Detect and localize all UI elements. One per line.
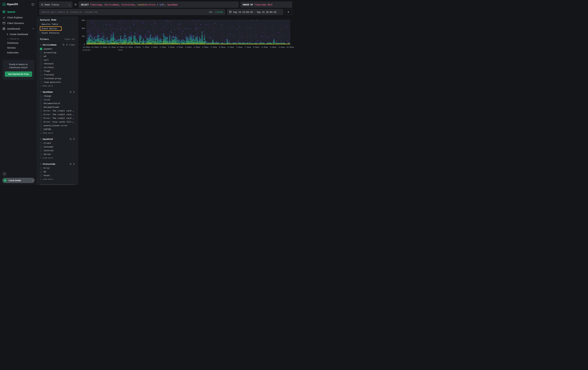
order-by-input[interactable]: ORDER BY Timestamp DESC bbox=[241, 2, 292, 8]
checkbox[interactable] bbox=[40, 171, 42, 173]
checkbox[interactable] bbox=[40, 55, 42, 57]
filter-option-currency[interactable]: currency bbox=[39, 65, 76, 69]
collapse-sidebar-icon[interactable] bbox=[32, 3, 34, 6]
filter-option-accounting[interactable]: accounting bbox=[39, 51, 76, 54]
filter-option-cart[interactable]: cart bbox=[39, 58, 76, 62]
show-more-link[interactable]: Show more bbox=[39, 131, 76, 135]
filter-option-payment[interactable]: payment bbox=[39, 47, 76, 51]
filter-option-consumer[interactable]: Consumer bbox=[39, 145, 76, 149]
checkbox[interactable] bbox=[40, 63, 42, 65]
filter-option-flagd[interactable]: flagd bbox=[39, 69, 76, 73]
select-clause-input[interactable]: SELECT Timestamp, ServiceName, StatusCod… bbox=[79, 2, 239, 8]
checkbox[interactable] bbox=[40, 106, 42, 108]
filter-option-error-the-credit-card[interactable]: Error: The credit card (… bbox=[39, 113, 76, 116]
checkbox[interactable] bbox=[40, 51, 42, 54]
local-mode-label: Local mode bbox=[9, 179, 30, 182]
checkbox[interactable] bbox=[40, 74, 42, 76]
chevron-down-icon[interactable] bbox=[40, 44, 42, 46]
run-query-button[interactable] bbox=[285, 9, 292, 15]
filter-option-load-generator[interactable]: load-generator bbox=[39, 80, 76, 84]
search-icon[interactable] bbox=[70, 163, 72, 165]
checkbox[interactable] bbox=[40, 117, 42, 119]
filter-option-error-visa-cache-full[interactable]: Error: Visa cache full: … bbox=[39, 120, 76, 124]
filter-option-frontend-proxy[interactable]: frontend-proxy bbox=[39, 77, 76, 80]
get-started-button[interactable]: Get Started for Free bbox=[5, 71, 32, 77]
checkbox[interactable] bbox=[40, 102, 42, 105]
filter-option-error-the-credit-card[interactable]: Error: The credit card (… bbox=[39, 109, 76, 113]
filter-option-change[interactable]: change bbox=[39, 94, 76, 98]
pin-icon[interactable] bbox=[73, 138, 75, 140]
source-select[interactable]: Demo Traces bbox=[39, 2, 72, 8]
checkbox[interactable] bbox=[40, 110, 42, 112]
pin-icon[interactable] bbox=[73, 163, 75, 165]
load-more-link[interactable]: Load more bbox=[39, 156, 76, 160]
checkbox[interactable] bbox=[40, 113, 42, 116]
filter-option-internal[interactable]: Internal bbox=[39, 149, 76, 152]
pin-icon[interactable] bbox=[73, 91, 75, 93]
checkbox[interactable] bbox=[40, 142, 42, 144]
checkbox[interactable] bbox=[40, 174, 42, 177]
filter-option-eventlistener-error[interactable]: eventListener.error bbox=[39, 124, 76, 127]
analysis-mode-option-results-table[interactable]: Results Table bbox=[40, 22, 60, 26]
checkbox[interactable] bbox=[40, 150, 42, 152]
checkbox[interactable] bbox=[40, 146, 42, 148]
filter-option-server[interactable]: Server bbox=[39, 152, 76, 156]
filter-option-ad[interactable]: ad bbox=[39, 54, 76, 58]
checkbox[interactable] bbox=[40, 59, 42, 61]
chevron-down-icon[interactable] bbox=[40, 163, 42, 165]
checkbox[interactable] bbox=[40, 66, 42, 69]
show-more-link[interactable]: Show more bbox=[39, 84, 76, 88]
more-filters-button[interactable]: More filters bbox=[40, 184, 75, 185]
sidebar-item-kubernetes[interactable]: Kubernetes bbox=[0, 50, 37, 55]
date-range-picker[interactable]: Sep 14 22:04:35 - Sep 15 10:04:35 bbox=[227, 9, 283, 15]
analysis-mode-option-event-patterns[interactable]: Event Patterns bbox=[40, 31, 61, 35]
filter-option-error[interactable]: Error bbox=[39, 166, 76, 170]
sidebar-item-services[interactable]: Services bbox=[0, 45, 37, 50]
sidebar-item-client-sessions[interactable]: Client Sessions bbox=[0, 20, 37, 26]
create-dashboard-button[interactable]: Create Dashboard bbox=[0, 32, 37, 37]
search-input[interactable] bbox=[41, 11, 208, 13]
filter-option-client[interactable]: Client bbox=[39, 141, 76, 145]
clear-all-button[interactable]: Clear all bbox=[64, 38, 75, 40]
clear-filter-button[interactable]: Clear bbox=[69, 44, 75, 46]
filter-option-documentfetch[interactable]: documentFetch bbox=[39, 101, 76, 105]
lucene-mode-toggle[interactable]: Lucene bbox=[215, 11, 223, 13]
filter-option-documentload[interactable]: documentLoad bbox=[39, 105, 76, 109]
help-button[interactable]: ? bbox=[2, 172, 7, 176]
pin-icon[interactable] bbox=[66, 44, 68, 46]
checkbox[interactable] bbox=[40, 121, 42, 123]
sidebar-item-chart-explorer[interactable]: Chart Explorer bbox=[0, 15, 37, 20]
checkbox[interactable] bbox=[40, 125, 42, 127]
checkbox[interactable] bbox=[40, 48, 42, 50]
filter-option-unset[interactable]: Unset bbox=[39, 174, 76, 177]
search-icon[interactable] bbox=[63, 44, 64, 46]
search-icon[interactable] bbox=[70, 91, 72, 93]
checkbox[interactable] bbox=[40, 95, 42, 97]
filter-option-expire[interactable]: EXPIRE bbox=[39, 127, 76, 131]
load-more-link[interactable]: Load more bbox=[39, 177, 76, 181]
filter-option-frontend[interactable]: frontend bbox=[39, 73, 76, 77]
checkbox[interactable] bbox=[40, 77, 42, 80]
checkbox[interactable] bbox=[40, 99, 42, 101]
filter-option-click[interactable]: click bbox=[39, 98, 76, 101]
gear-icon[interactable]: ⚙ bbox=[74, 2, 77, 8]
checkbox[interactable] bbox=[40, 128, 42, 130]
search-icon[interactable] bbox=[70, 138, 72, 140]
heatmap-canvas[interactable] bbox=[86, 20, 290, 44]
filter-option-checkout[interactable]: checkout bbox=[39, 62, 76, 65]
sidebar-item-search[interactable]: Search bbox=[0, 9, 37, 15]
checkbox[interactable] bbox=[40, 167, 42, 169]
filter-option-ok[interactable]: Ok bbox=[39, 170, 76, 174]
sql-mode-toggle[interactable]: SQL bbox=[209, 11, 212, 13]
user-menu[interactable]: U Local mode › bbox=[2, 178, 35, 183]
chevron-down-icon[interactable] bbox=[40, 138, 42, 140]
analysis-mode-option-event-deltas[interactable]: Event Deltas bbox=[40, 26, 62, 31]
sidebar-item-dashboards[interactable]: Dashboards bbox=[0, 26, 37, 31]
checkbox[interactable] bbox=[40, 153, 42, 155]
checkbox[interactable] bbox=[40, 81, 42, 83]
sidebar-item-clickhouse[interactable]: ClickHouse bbox=[0, 40, 37, 45]
filter-option-error-the-credit-card[interactable]: Error: The credit card (… bbox=[39, 116, 76, 120]
checkbox[interactable] bbox=[40, 70, 42, 72]
presets-toggle[interactable]: PRESETS bbox=[0, 37, 37, 40]
chevron-down-icon[interactable] bbox=[40, 91, 42, 93]
